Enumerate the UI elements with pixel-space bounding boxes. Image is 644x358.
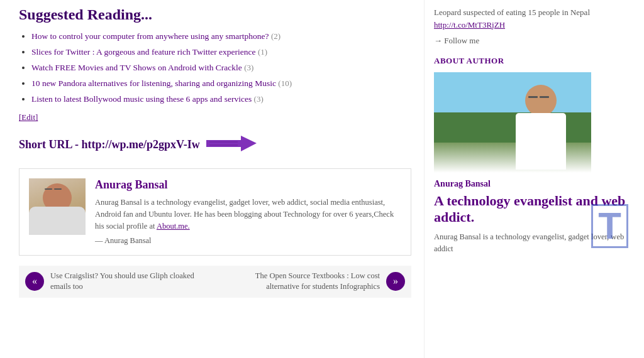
svg-marker-0 <box>206 136 257 151</box>
reading-link-1[interactable]: How to control your computer from anywhe… <box>31 31 269 41</box>
nav-next[interactable]: The Open Source Textbooks : Low cost alt… <box>215 266 411 298</box>
author-attribution: — Anurag Bansal <box>95 236 401 246</box>
list-item: Slices for Twitter : A gorgeous and feat… <box>31 46 411 58</box>
nav-next-label: The Open Source Textbooks : Low cost alt… <box>221 271 380 293</box>
suggested-reading-heading: Suggested Reading... <box>19 6 411 23</box>
navigation-row: « Use Craigslist? You should use Gliph c… <box>19 266 411 298</box>
reading-count-4: (10) <box>278 79 292 88</box>
sidebar-link[interactable]: http://t.co/MtT3RjZH <box>434 20 505 30</box>
author-box: Anurag Bansal Anurag Bansal is a technol… <box>19 168 411 255</box>
reading-count-1: (2) <box>271 31 280 41</box>
author-name: Anurag Bansal <box>95 178 401 192</box>
list-item: How to control your computer from anywhe… <box>31 31 411 43</box>
person-silhouette <box>509 85 572 173</box>
reading-count-2: (1) <box>258 47 267 57</box>
reading-link-3[interactable]: Watch FREE Movies and TV Shows on Androi… <box>31 63 242 72</box>
prev-arrow-button[interactable]: « <box>25 272 44 291</box>
list-item: Watch FREE Movies and TV Shows on Androi… <box>31 62 411 74</box>
author-bio: Anurag Bansal is a technology evangelist… <box>95 197 401 232</box>
list-item: 10 new Pandora alternatives for listenin… <box>31 78 411 90</box>
author-info: Anurag Bansal Anurag Bansal is a technol… <box>95 178 401 245</box>
next-arrow-button[interactable]: » <box>386 272 405 291</box>
person-head <box>525 85 557 116</box>
author-sidebar-name: Anurag Bansal <box>434 179 635 189</box>
short-url-section: Short URL - http://wp.me/p2gpxV-Iw <box>19 133 411 157</box>
list-item: Listen to latest Bollywood music using t… <box>31 94 411 106</box>
short-url-text: Short URL - http://wp.me/p2gpxV-Iw <box>19 138 200 151</box>
sidebar-top-text: Leopard suspected of eating 15 people in… <box>434 6 635 31</box>
main-content: Suggested Reading... How to control your… <box>0 0 425 358</box>
follow-me-link[interactable]: → Follow me <box>434 36 479 45</box>
reading-link-5[interactable]: Listen to latest Bollywood music using t… <box>31 94 252 104</box>
about-author-heading: ABOUT AUTHOR <box>434 56 635 66</box>
nav-prev[interactable]: « Use Craigslist? You should use Gliph c… <box>19 266 215 298</box>
arrow-icon <box>206 133 257 157</box>
reading-link-2[interactable]: Slices for Twitter : A gorgeous and feat… <box>31 47 256 57</box>
t-watermark: T <box>591 204 628 248</box>
about-me-link[interactable]: About.me. <box>157 222 190 231</box>
sidebar-content: Leopard suspected of eating 15 people in… <box>434 6 635 254</box>
person-body <box>516 113 566 170</box>
nav-prev-label: Use Craigslist? You should use Gliph clo… <box>50 271 209 293</box>
edit-link[interactable]: [Edit] <box>19 112 38 122</box>
author-avatar <box>29 178 86 235</box>
reading-link-4[interactable]: 10 new Pandora alternatives for listenin… <box>31 79 276 88</box>
author-photo <box>434 72 591 173</box>
sidebar: Leopard suspected of eating 15 people in… <box>425 0 644 358</box>
reading-count-3: (3) <box>244 63 253 72</box>
reading-list: How to control your computer from anywhe… <box>19 31 411 105</box>
sidebar-follow: → Follow me <box>434 36 635 46</box>
reading-count-5: (3) <box>254 94 264 104</box>
